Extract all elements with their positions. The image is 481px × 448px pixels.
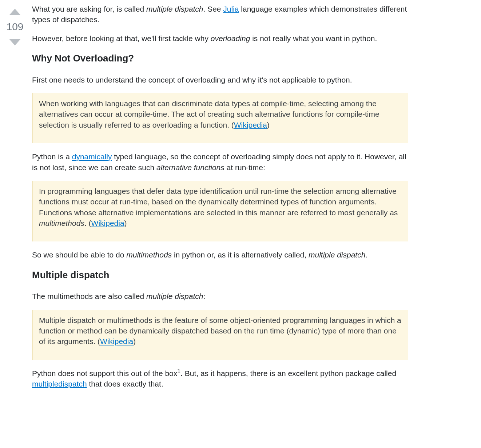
quote-multiple-dispatch: Multiple dispatch or multimethods is the… [32,310,408,360]
section2-paragraph-2: Python does not support this out of the … [32,368,408,389]
text: . ( [84,219,91,227]
section1-paragraph-3: So we should be able to do multimethods … [32,249,408,260]
multipledispatch-link[interactable]: multipledispatch [32,380,87,388]
emphasis: multimethods [126,251,172,259]
dynamically-link[interactable]: dynamically [72,152,112,161]
text: . See [203,5,223,13]
emphasis: multiple dispatch [309,251,365,259]
downvote-button[interactable] [7,37,23,48]
text: in python or, as it is alternatively cal… [172,251,309,259]
quote-overloading: When working with languages that can dis… [32,93,408,143]
text: The multimethods are also called [32,292,146,300]
text: : [203,292,205,300]
voting-controls: 109 [4,4,29,48]
wikipedia-link[interactable]: Wikipedia [91,219,124,227]
quote-text: Multiple dispatch or multimethods is the… [39,315,402,347]
heading-multiple-dispatch: Multiple dispatch [32,268,408,281]
emphasis: multiple dispatch [146,5,203,13]
heading-why-not-overloading: Why Not Overloading? [32,52,408,65]
text: Python is a [32,152,72,161]
text: at run-time: [224,163,265,172]
text: ) [133,337,136,345]
text: When working with languages that can dis… [39,99,379,129]
quote-multimethods: In programming languages that defer data… [32,181,408,242]
text: So we should be able to do [32,251,126,259]
text: Python does not support this out of the … [32,369,177,377]
text: . [365,251,367,259]
section2-paragraph-1: The multimethods are also called multipl… [32,291,408,301]
emphasis: alternative functions [156,163,224,172]
text: ) [267,121,270,129]
upvote-button[interactable] [7,7,23,17]
text: is not really what you want in python. [250,34,377,43]
text: What you are asking for, is called [32,5,146,13]
vote-count: 109 [7,17,24,37]
section1-paragraph-1: First one needs to understand the concep… [32,75,408,85]
text: ) [124,219,127,227]
wikipedia-link[interactable]: Wikipedia [100,337,133,345]
julia-link[interactable]: Julia [223,5,239,13]
text: that does exactly that. [87,380,163,388]
text: . But, as it happens, there is an excell… [180,369,396,377]
quote-text: When working with languages that can dis… [39,98,402,130]
emphasis: multimethods [39,219,84,227]
answer-body: What you are asking for, is called multi… [29,4,477,397]
wikipedia-link[interactable]: Wikipedia [234,121,267,129]
text: However, before looking at that, we'll f… [32,34,211,43]
footnote-ref: 1 [177,368,180,374]
intro-paragraph-2: However, before looking at that, we'll f… [32,33,408,44]
section1-paragraph-2: Python is a dynamically typed language, … [32,151,408,173]
text: In programming languages that defer data… [39,187,398,217]
answer-post: 109 What you are asking for, is called m… [4,4,477,397]
emphasis: overloading [211,34,250,43]
text: Multiple dispatch or multimethods is the… [39,316,401,346]
intro-paragraph-1: What you are asking for, is called multi… [32,4,408,25]
quote-text: In programming languages that defer data… [39,186,402,229]
emphasis: multiple dispatch [146,292,203,300]
